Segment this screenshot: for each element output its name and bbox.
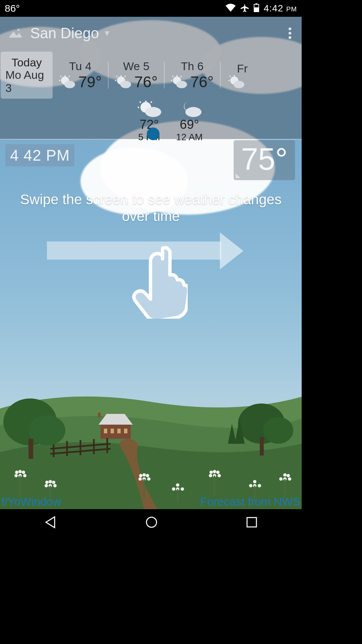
day-sub-label: Mo Aug 3 xyxy=(5,68,48,95)
svg-point-73 xyxy=(289,36,291,39)
svg-point-48 xyxy=(172,487,175,491)
airplane-mode-icon xyxy=(240,3,249,13)
svg-rect-22 xyxy=(260,437,264,455)
svg-point-53 xyxy=(209,474,212,477)
resize-handle-icon xyxy=(236,173,240,178)
svg-point-105 xyxy=(146,517,157,527)
forecast-time-chip: 4 42 PM xyxy=(5,144,74,166)
landscape-button[interactable] xyxy=(0,28,30,38)
time-slider-thumb[interactable] xyxy=(147,127,160,140)
svg-point-61 xyxy=(253,480,256,483)
svg-point-49 xyxy=(176,483,179,487)
day-label: Th 6 xyxy=(181,60,203,73)
svg-point-85 xyxy=(120,81,131,88)
forecast-source-link[interactable]: Forecast from NWS xyxy=(200,495,300,508)
chevron-down-icon: ▼ xyxy=(103,29,111,38)
hour-card[interactable]: 69° 12 AM xyxy=(176,101,203,139)
svg-point-30 xyxy=(15,471,18,474)
battery-icon xyxy=(254,3,259,13)
recents-button[interactable] xyxy=(246,516,258,530)
credit-bar: f/YoWindow Forecast from NWS xyxy=(0,494,302,509)
svg-point-67 xyxy=(287,474,290,477)
app-link[interactable]: f/YoWindow xyxy=(1,495,61,508)
svg-point-54 xyxy=(213,470,216,473)
hour-label: 12 AM xyxy=(176,132,202,143)
partly-cloudy-icon xyxy=(115,75,132,89)
svg-point-64 xyxy=(288,477,291,481)
arrow-right-icon xyxy=(220,232,243,269)
hour-temp: 69° xyxy=(180,117,199,132)
partly-cloudy-icon xyxy=(59,75,76,89)
svg-point-43 xyxy=(146,474,149,477)
svg-point-56 xyxy=(209,471,213,474)
current-temperature-chip[interactable]: 75° xyxy=(234,140,295,180)
svg-point-37 xyxy=(45,481,49,484)
day-label: We 5 xyxy=(123,60,149,73)
tutorial-text: Swipe the screen to see weather changes … xyxy=(0,191,302,225)
current-temperature: 75° xyxy=(241,142,288,176)
hourly-forecast[interactable]: 72° 5 PM 69° 12 AM xyxy=(136,101,302,139)
day-card-today[interactable]: Today Mo Aug 3 xyxy=(1,52,53,99)
weather-screen[interactable]: San Diego ▼ Today Mo Aug 3 Tu 4 79° We 5 xyxy=(0,17,302,509)
svg-point-18 xyxy=(28,415,65,445)
svg-point-103 xyxy=(185,107,201,117)
day-label: Fr xyxy=(237,62,248,75)
pointing-hand-icon xyxy=(131,245,188,320)
svg-line-95 xyxy=(230,76,231,77)
night-cloudy-icon xyxy=(176,101,203,117)
location-name: San Diego xyxy=(30,25,99,42)
svg-marker-104 xyxy=(46,517,55,528)
svg-point-34 xyxy=(45,484,48,487)
back-button[interactable] xyxy=(44,516,57,530)
svg-point-40 xyxy=(147,477,150,481)
svg-point-44 xyxy=(139,474,142,477)
status-bar: 86° 4:42 PM xyxy=(0,0,302,17)
svg-line-77 xyxy=(60,76,61,77)
svg-line-101 xyxy=(151,102,152,103)
partly-cloudy-icon xyxy=(171,75,188,89)
svg-line-84 xyxy=(125,76,126,77)
svg-rect-5 xyxy=(98,413,101,417)
svg-rect-8 xyxy=(117,429,121,433)
day-label: Today xyxy=(11,56,42,69)
svg-rect-6 xyxy=(104,429,107,433)
svg-line-100 xyxy=(140,102,141,103)
day-card[interactable]: We 5 76° xyxy=(109,52,164,99)
svg-line-78 xyxy=(69,76,70,77)
svg-point-29 xyxy=(22,471,25,474)
svg-point-21 xyxy=(263,417,293,444)
day-card[interactable]: Th 6 76° xyxy=(165,52,220,99)
day-temp: 79° xyxy=(78,73,102,91)
partly-cloudy-icon xyxy=(228,75,245,89)
svg-rect-106 xyxy=(247,518,256,527)
svg-point-65 xyxy=(279,477,283,481)
home-button[interactable] xyxy=(145,516,158,530)
day-card[interactable]: Fr xyxy=(221,52,252,99)
status-temperature: 86° xyxy=(5,3,20,14)
svg-rect-19 xyxy=(28,439,33,459)
day-forecast-strip[interactable]: Today Mo Aug 3 Tu 4 79° We 5 76° T xyxy=(0,52,302,99)
day-temp: 76° xyxy=(190,73,214,91)
svg-point-42 xyxy=(142,473,146,477)
svg-point-26 xyxy=(23,474,26,477)
svg-point-35 xyxy=(49,480,52,483)
svg-point-59 xyxy=(258,484,261,487)
svg-point-55 xyxy=(216,471,220,474)
partly-cloudy-icon xyxy=(136,101,163,117)
svg-point-71 xyxy=(289,28,291,30)
location-dropdown[interactable]: San Diego ▼ xyxy=(30,25,111,42)
day-card[interactable]: Tu 4 79° xyxy=(53,52,108,99)
svg-point-66 xyxy=(283,473,287,477)
more-vert-icon xyxy=(289,28,291,39)
svg-line-90 xyxy=(181,76,182,77)
overflow-menu-button[interactable] xyxy=(278,28,302,39)
svg-point-27 xyxy=(14,474,18,477)
day-label: Tu 4 xyxy=(69,60,92,73)
landscape-illustration xyxy=(0,368,302,509)
svg-point-69 xyxy=(17,29,19,31)
svg-rect-2 xyxy=(254,7,259,12)
svg-point-28 xyxy=(18,470,22,473)
landscape-icon xyxy=(7,28,23,38)
svg-marker-70 xyxy=(9,32,22,38)
svg-point-47 xyxy=(181,487,184,491)
